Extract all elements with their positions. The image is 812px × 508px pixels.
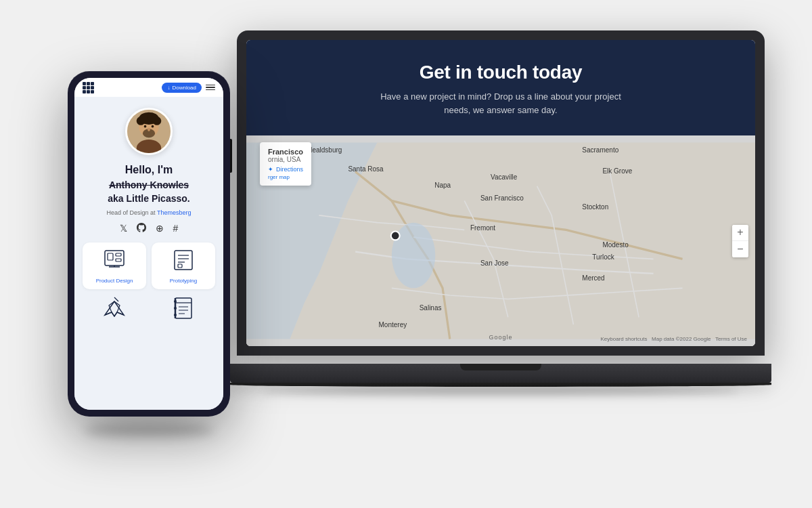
- svg-point-10: [148, 113, 156, 122]
- directions-icon: ✦: [268, 166, 273, 173]
- download-icon: ↓: [167, 85, 170, 91]
- hashtag-icon[interactable]: #: [173, 223, 179, 234]
- skill-label-prototyping: Prototyping: [170, 278, 197, 284]
- hamburger-line: [206, 87, 215, 88]
- logo-dot: [91, 82, 94, 85]
- map-label-modesto: Modesto: [602, 241, 628, 249]
- skill-label-product-design: Product Design: [96, 278, 133, 284]
- job-title: Head of Design at Themesberg: [106, 209, 191, 216]
- logo-dot: [87, 90, 90, 93]
- laptop-shadow: [263, 387, 738, 395]
- hello-line: Hello, I'm: [125, 163, 173, 177]
- phone-statusbar: ↓ Download: [74, 78, 223, 97]
- download-button[interactable]: ↓ Download: [162, 83, 202, 93]
- phone-device: ↓ Download: [68, 71, 230, 423]
- name-strikethrough: Anthony Knowles: [109, 179, 189, 190]
- google-logo: Google: [489, 334, 512, 341]
- map-label-sanjose: San Jose: [480, 259, 509, 267]
- svg-point-34: [174, 307, 177, 310]
- laptop-device: Get in touch today Have a new project in…: [237, 30, 765, 383]
- map-label-turlock: Turlock: [592, 253, 614, 261]
- map-svg: [246, 135, 755, 346]
- svg-rect-25: [178, 264, 182, 268]
- zoom-in-button[interactable]: +: [732, 225, 748, 241]
- svg-line-26: [114, 297, 118, 301]
- map-state: ornia, USA: [268, 156, 303, 163]
- logo-grid: [83, 82, 94, 93]
- svg-rect-21: [175, 251, 192, 270]
- laptop-header: Get in touch today Have a new project in…: [246, 40, 755, 135]
- hamburger-line: [206, 89, 215, 91]
- bottom-skills-grid: [83, 295, 215, 322]
- phone-content: Hello, I'm Anthony Knowles aka Little Pi…: [74, 97, 223, 410]
- map-label-fremont: Fremont: [470, 224, 495, 232]
- laptop-notch: [460, 364, 541, 371]
- map-directions[interactable]: ✦ Directions: [268, 166, 303, 173]
- skills-grid: Product Design: [83, 242, 215, 289]
- statusbar-right: ↓ Download: [162, 83, 215, 93]
- skill-card-product-design[interactable]: Product Design: [83, 242, 146, 289]
- aka-line: aka Little Picasso.: [108, 193, 189, 204]
- map-info-box: Francisco ornia, USA ✦ Directions rger m…: [260, 142, 311, 186]
- svg-point-12: [144, 125, 147, 128]
- phone-body: ↓ Download: [68, 71, 230, 417]
- map-label-napa: Napa: [434, 182, 451, 189]
- svg-rect-16: [108, 253, 113, 260]
- aka-label: aka Little Picasso.: [108, 193, 189, 204]
- map-label-vacaville: Vacaville: [491, 173, 517, 181]
- origami-bird-card[interactable]: [83, 295, 146, 322]
- phone-screen: ↓ Download: [74, 78, 223, 410]
- map-label-sacramento: Sacramento: [582, 146, 618, 154]
- svg-point-2: [391, 232, 400, 240]
- logo-dot: [83, 90, 86, 93]
- hamburger-line: [206, 85, 215, 86]
- logo-dot: [83, 86, 86, 89]
- notebook-card[interactable]: [152, 295, 215, 322]
- download-label: Download: [172, 85, 196, 91]
- hello-prefix: Hello, I'm: [125, 164, 173, 175]
- phone-shadow: [84, 423, 214, 437]
- svg-rect-27: [175, 298, 191, 318]
- phone-logo: [83, 82, 94, 93]
- map-background: Sacramento Santa Rosa Healdsburg Napa Va…: [246, 135, 755, 346]
- map-label-sf: San Francisco: [480, 194, 524, 202]
- globe-icon[interactable]: ⊕: [156, 223, 164, 234]
- logo-dot: [91, 86, 94, 89]
- map-label-healdsburg: Healdsburg: [307, 146, 342, 154]
- laptop-body: Get in touch today Have a new project in…: [237, 30, 765, 356]
- avatar: [125, 108, 173, 155]
- map-city: Francisco: [268, 148, 303, 156]
- phone-side-button: [230, 139, 232, 173]
- zoom-out-button[interactable]: −: [732, 241, 748, 257]
- logo-dot: [87, 86, 90, 89]
- logo-dot: [91, 90, 94, 93]
- map-label-monterey: Monterey: [379, 321, 407, 329]
- prototyping-icon: [173, 249, 194, 275]
- svg-rect-18: [116, 259, 121, 261]
- map-label-elkgrove: Elk Grove: [602, 167, 632, 175]
- map-label-santarosa: Santa Rosa: [348, 165, 383, 173]
- github-icon[interactable]: [137, 223, 146, 234]
- avatar-svg: [127, 110, 171, 153]
- hamburger-menu[interactable]: [206, 85, 215, 91]
- svg-point-35: [174, 314, 177, 316]
- laptop-base: [230, 364, 771, 383]
- skill-card-prototyping[interactable]: Prototyping: [152, 242, 215, 289]
- map-footer: Keyboard shortcuts Map data ©2022 Google…: [600, 336, 747, 342]
- svg-point-13: [152, 125, 154, 128]
- svg-point-14: [148, 128, 150, 131]
- name-block: Anthony Knowles: [109, 179, 189, 192]
- svg-rect-17: [116, 253, 121, 256]
- title-text: Head of Design: [106, 209, 148, 216]
- scene: Get in touch today Have a new project in…: [34, 17, 778, 491]
- social-icons-row: 𝕏 ⊕ #: [120, 223, 179, 234]
- map-label-stockton: Stockton: [582, 203, 608, 211]
- laptop-screen: Get in touch today Have a new project in…: [246, 40, 755, 346]
- logo-dot: [83, 82, 86, 85]
- laptop-map: Sacramento Santa Rosa Healdsburg Napa Va…: [246, 135, 755, 346]
- larger-map-link[interactable]: rger map: [268, 174, 303, 180]
- twitter-icon[interactable]: 𝕏: [120, 223, 127, 234]
- laptop-subtitle: Have a new project in mind? Drop us a li…: [372, 90, 629, 117]
- svg-point-33: [174, 300, 177, 303]
- directions-label: Directions: [276, 166, 303, 173]
